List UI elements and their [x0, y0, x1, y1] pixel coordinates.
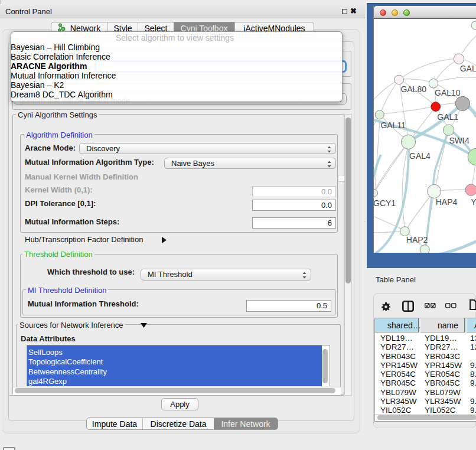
svg-text:GAL2: GAL2	[460, 64, 476, 73]
svg-text:HAP2: HAP2	[406, 235, 428, 244]
svg-text:GCY1: GCY1	[374, 198, 396, 208]
svg-text:GAL1: GAL1	[437, 112, 458, 122]
svg-text:GAL10: GAL10	[435, 88, 461, 97]
svg-text:GAL4: GAL4	[409, 151, 431, 161]
svg-text:GAL11: GAL11	[380, 120, 406, 130]
svg-text:HAP4: HAP4	[436, 197, 458, 207]
svg-text:SWI4: SWI4	[449, 136, 470, 145]
svg-text:GAL80: GAL80	[400, 84, 426, 94]
svg-text:Y: Y	[471, 197, 476, 207]
